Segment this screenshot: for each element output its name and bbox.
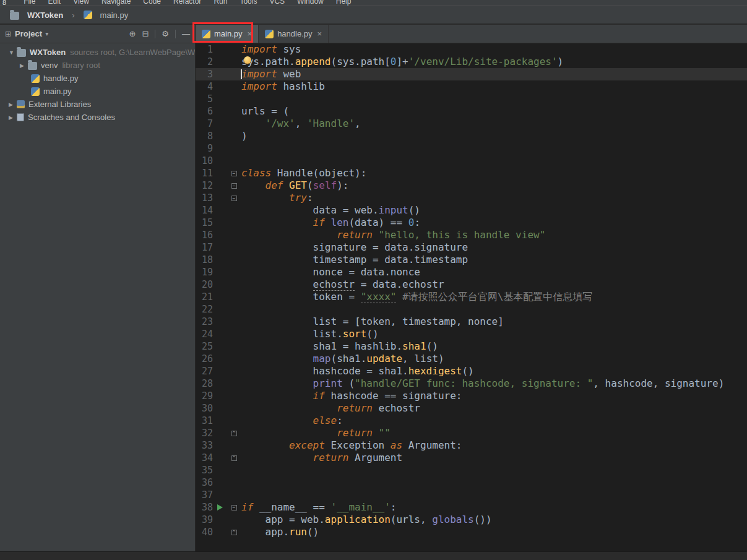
line-number[interactable]: 24 [196, 328, 214, 340]
code-line-8[interactable]: 8) [196, 130, 747, 142]
line-number[interactable]: 23 [196, 316, 214, 328]
chevron-right-icon[interactable]: ▶ [9, 114, 17, 121]
line-number[interactable]: 31 [196, 415, 214, 427]
code-line-29[interactable]: 29 if hashcode == signature: [196, 390, 747, 402]
code-line-27[interactable]: 27 hashcode = sha1.hexdigest() [196, 365, 747, 377]
line-number[interactable]: 17 [196, 241, 214, 254]
code-line-10[interactable]: 10 [196, 155, 747, 167]
code-line-9[interactable]: 9 [196, 142, 747, 155]
line-number[interactable]: 28 [196, 377, 214, 390]
line-number[interactable]: 15 [196, 217, 214, 229]
fold-end-icon[interactable]: ^ [231, 530, 237, 535]
menu-item-view[interactable]: View [73, 0, 89, 6]
code-line-3[interactable]: 3import web [196, 68, 747, 80]
line-number[interactable]: 37 [196, 489, 214, 501]
code-line-34[interactable]: 34^ return Argument [196, 452, 747, 464]
code-editor[interactable]: 1import sys2sys.path.append(sys.path[0]+… [196, 43, 747, 551]
line-number[interactable]: 22 [196, 303, 214, 316]
close-icon[interactable]: × [317, 29, 322, 38]
line-number[interactable]: 6 [196, 105, 214, 118]
collapse-all-icon[interactable]: ⊟ [142, 29, 149, 38]
code-line-18[interactable]: 18 timestamp = data.timestamp [196, 254, 747, 266]
breadcrumb-project[interactable]: WXToken [27, 11, 63, 20]
breadcrumb-file[interactable]: main.py [100, 11, 129, 20]
menu-item-edit[interactable]: Edit [48, 0, 61, 6]
line-number[interactable]: 8 [196, 130, 214, 142]
chevron-right-icon[interactable]: ▶ [20, 62, 28, 69]
chevron-right-icon[interactable]: ▶ [9, 101, 17, 108]
code-line-11[interactable]: 11−class Handle(object): [196, 167, 747, 179]
line-number[interactable]: 36 [196, 476, 214, 489]
code-line-32[interactable]: 32^ return "" [196, 427, 747, 439]
code-line-4[interactable]: 4import hashlib [196, 80, 747, 93]
menu-item-tools[interactable]: Tools [240, 0, 257, 6]
code-line-25[interactable]: 25 sha1 = hashlib.sha1() [196, 340, 747, 353]
line-number[interactable]: 27 [196, 365, 214, 377]
code-line-7[interactable]: 7 '/wx', 'Handle', [196, 118, 747, 130]
line-number[interactable]: 12 [196, 179, 214, 192]
code-line-26[interactable]: 26 map(sha1.update, list) [196, 353, 747, 365]
line-number[interactable]: 38 [196, 501, 214, 514]
line-number[interactable]: 2 [196, 56, 214, 68]
line-number[interactable]: 9 [196, 142, 214, 155]
menu-item-file[interactable]: File [24, 0, 35, 6]
line-number[interactable]: 11 [196, 167, 214, 179]
code-line-5[interactable]: 5 [196, 93, 747, 105]
tree-item-external-libraries[interactable]: ▶External Libraries [0, 98, 195, 111]
close-icon[interactable]: × [248, 29, 253, 38]
code-line-12[interactable]: 12− def GET(self): [196, 179, 747, 192]
line-number[interactable]: 16 [196, 229, 214, 241]
code-line-1[interactable]: 1import sys [196, 43, 747, 56]
line-number[interactable]: 35 [196, 464, 214, 476]
code-line-22[interactable]: 22 [196, 303, 747, 316]
code-line-15[interactable]: 15 if len(data) == 0: [196, 217, 747, 229]
line-number[interactable]: 30 [196, 402, 214, 415]
menu-item-help[interactable]: Help [336, 0, 352, 6]
project-panel-title[interactable]: Project [15, 29, 42, 38]
tree-item-venv[interactable]: ▶venvlibrary root [0, 59, 195, 72]
run-icon[interactable] [217, 504, 223, 510]
menu-item-vcs[interactable]: VCS [269, 0, 285, 6]
fold-collapse-icon[interactable]: − [231, 183, 237, 189]
line-number[interactable]: 19 [196, 266, 214, 278]
line-number[interactable]: 25 [196, 340, 214, 353]
code-line-35[interactable]: 35 [196, 464, 747, 476]
hide-panel-icon[interactable]: — [182, 29, 190, 38]
line-number[interactable]: 10 [196, 155, 214, 167]
line-number[interactable]: 29 [196, 390, 214, 402]
code-line-38[interactable]: 38−if __name__ == '__main__': [196, 501, 747, 514]
tree-item-handle.py[interactable]: handle.py [0, 72, 195, 85]
code-line-21[interactable]: 21 token = "xxxx" #请按照公众平台官网\基本配置中信息填写 [196, 291, 747, 303]
code-line-23[interactable]: 23 list = [token, timestamp, nonce] [196, 316, 747, 328]
code-line-14[interactable]: 14 data = web.input() [196, 204, 747, 217]
line-number[interactable]: 20 [196, 278, 214, 291]
line-number[interactable]: 14 [196, 204, 214, 217]
line-number[interactable]: 33 [196, 439, 214, 452]
tab-handle.py[interactable]: handle.py× [259, 25, 329, 43]
code-line-31[interactable]: 31 else: [196, 415, 747, 427]
chevron-down-icon[interactable]: ▾ [45, 30, 48, 37]
tab-main.py[interactable]: main.py× [196, 25, 259, 43]
code-line-2[interactable]: 2sys.path.append(sys.path[0]+'/venv/Lib/… [196, 56, 747, 68]
line-number[interactable]: 34 [196, 452, 214, 464]
code-line-28[interactable]: 28 print ("handle/GET func: hashcode, si… [196, 377, 747, 390]
fold-end-icon[interactable]: ^ [231, 431, 237, 436]
line-number[interactable]: 13 [196, 192, 214, 204]
fold-collapse-icon[interactable]: − [231, 505, 237, 510]
code-line-16[interactable]: 16 return "hello, this is handle view" [196, 229, 747, 241]
locate-file-icon[interactable]: ⊕ [129, 29, 136, 38]
chevron-down-icon[interactable]: ▼ [9, 50, 17, 56]
code-line-33[interactable]: 33 except Exception as Argument: [196, 439, 747, 452]
settings-gear-icon[interactable]: ⚙ [162, 29, 169, 38]
menu-item-code[interactable]: Code [143, 0, 161, 6]
code-line-24[interactable]: 24 list.sort() [196, 328, 747, 340]
menu-item-window[interactable]: Window [297, 0, 324, 6]
line-number[interactable]: 7 [196, 118, 214, 130]
fold-collapse-icon[interactable]: − [231, 196, 237, 201]
menu-item-navigate[interactable]: Navigate [101, 0, 131, 6]
line-number[interactable]: 21 [196, 291, 214, 303]
line-number[interactable]: 26 [196, 353, 214, 365]
code-line-19[interactable]: 19 nonce = data.nonce [196, 266, 747, 278]
line-number[interactable]: 39 [196, 514, 214, 526]
menu-item-refactor[interactable]: Refactor [173, 0, 201, 6]
